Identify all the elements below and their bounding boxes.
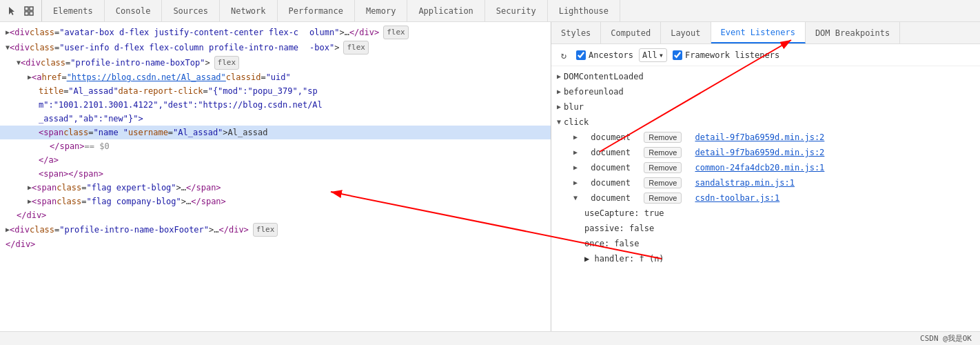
tab-application[interactable]: Application <box>407 0 484 21</box>
toolbar-icons <box>0 0 42 21</box>
file-link[interactable]: detail-9f7ba6959d.min.js:2 <box>695 146 825 159</box>
chevron-down-icon: ▾ <box>659 50 664 60</box>
html-tree-line[interactable]: </div> <box>0 237 551 251</box>
tab-event-listeners[interactable]: Event Listeners <box>711 22 806 43</box>
event-detail: useCapture: true <box>551 206 980 221</box>
handler-label[interactable]: ▶ handler: f (n) <box>551 251 980 266</box>
tab-console[interactable]: Console <box>105 0 163 21</box>
event-source: document <box>591 131 631 144</box>
framework-checkbox[interactable] <box>673 50 682 60</box>
refresh-button[interactable]: ↻ <box>557 48 571 62</box>
right-tab-list: Styles Computed Layout Event Listeners D… <box>551 22 980 44</box>
framework-checkbox-label[interactable]: Framework listeners <box>673 50 779 60</box>
event-name: blur <box>564 101 584 113</box>
all-dropdown[interactable]: All ▾ <box>639 48 667 62</box>
tab-lighthouse[interactable]: Lighthouse <box>548 0 620 21</box>
html-tree-line[interactable]: ▶ <div class="profile-intro-name-boxFoot… <box>0 222 551 237</box>
event-toggle-icon: ▶ <box>557 86 561 98</box>
file-link[interactable]: common-24fa4dcb20.min.js:1 <box>695 161 825 174</box>
tab-performance[interactable]: Performance <box>278 0 355 21</box>
elements-panel: ▶ <div class="avatar-box d-flex justify-… <box>0 22 551 331</box>
html-tree-line[interactable]: <span> </span> <box>0 167 551 181</box>
file-link[interactable]: detail-9f7ba6959d.min.js:2 <box>695 131 825 144</box>
tab-elements[interactable]: Elements <box>42 0 105 21</box>
html-tree-line[interactable]: </span> == $0 <box>0 139 551 153</box>
event-listener-item: ▶ document Remove detail-9f7ba6959d.min.… <box>551 130 980 145</box>
right-panel: Styles Computed Layout Event Listeners D… <box>551 22 980 331</box>
tab-computed[interactable]: Computed <box>601 22 661 43</box>
status-bar: CSDN @我是OK <box>0 331 980 345</box>
remove-button[interactable]: Remove <box>644 132 682 143</box>
event-listener-expanded: ▼ document Remove csdn-toolbar.js:1useCa… <box>551 190 980 266</box>
remove-button[interactable]: Remove <box>644 162 682 173</box>
event-name: click <box>564 116 589 128</box>
remove-button[interactable]: Remove <box>644 177 682 188</box>
event-source: document <box>591 146 631 159</box>
remove-button[interactable]: Remove <box>644 147 682 158</box>
event-detail: once: false <box>551 236 980 251</box>
event-filter-bar: ↻ Ancestors All ▾ Framework listeners <box>551 44 980 66</box>
html-tree: ▶ <div class="avatar-box d-flex justify-… <box>0 25 551 251</box>
status-text: CSDN @我是OK <box>920 333 972 344</box>
event-listener-item: ▼ document Remove csdn-toolbar.js:1 <box>551 190 980 206</box>
html-tree-line[interactable]: ▼ <div class="user-info d-flex flex-colu… <box>0 40 551 55</box>
html-tree-line[interactable]: ▶ <span class="flag company-blog">…</spa… <box>0 195 551 208</box>
tab-layout[interactable]: Layout <box>661 22 711 43</box>
event-group: ▶beforeunload <box>551 84 980 99</box>
tab-memory[interactable]: Memory <box>355 0 407 21</box>
event-group-header[interactable]: ▼click <box>551 115 980 130</box>
event-toggle-icon: ▶ <box>557 101 561 113</box>
inspect-icon[interactable] <box>22 4 36 18</box>
html-tree-line[interactable]: title="Al_assad" data-report-click="{"mo… <box>0 84 551 98</box>
event-name: beforeunload <box>564 86 624 98</box>
ancestors-checkbox[interactable] <box>576 50 586 60</box>
event-toggle-icon: ▼ <box>557 116 561 128</box>
file-link[interactable]: csdn-toolbar.js:1 <box>695 192 780 204</box>
tab-security[interactable]: Security <box>485 0 548 21</box>
event-list: ▶DOMContentLoaded▶beforeunload▶blur▼clic… <box>551 69 980 266</box>
ancestors-checkbox-label[interactable]: Ancestors <box>576 50 633 60</box>
svg-rect-3 <box>30 12 33 15</box>
event-group: ▼click▶ document Remove detail-9f7ba6959… <box>551 115 980 266</box>
html-tree-line[interactable]: <span class="name " username="Al_assad">… <box>0 126 551 139</box>
tab-styles[interactable]: Styles <box>551 22 601 43</box>
html-tree-line[interactable]: m":"1001.2101.3001.4122","dest":"https:/… <box>0 98 551 112</box>
event-detail: passive: false <box>551 221 980 236</box>
event-listener-item: ▶ document Remove sandalstrap.min.js:1 <box>551 175 980 190</box>
svg-rect-0 <box>25 7 28 10</box>
event-toggle-icon: ▶ <box>557 70 561 83</box>
devtools-toolbar: Elements Console Sources Network Perform… <box>0 0 980 22</box>
event-source: document <box>591 161 631 174</box>
cursor-icon[interactable] <box>6 4 19 18</box>
event-group-header[interactable]: ▶beforeunload <box>551 84 980 99</box>
main-area: ▶ <div class="avatar-box d-flex justify-… <box>0 22 980 331</box>
html-tree-line[interactable]: </a> <box>0 153 551 167</box>
html-tree-line[interactable]: _assad","ab":"new"}"> <box>0 112 551 126</box>
event-source: document <box>591 192 631 204</box>
file-link[interactable]: sandalstrap.min.js:1 <box>695 177 795 189</box>
html-tree-line[interactable]: ▶ <a href="https://blog.csdn.net/Al_assa… <box>0 70 551 84</box>
html-tree-line[interactable]: ▼ <div class="profile-intro-name-boxTop"… <box>0 55 551 70</box>
event-group: ▶DOMContentLoaded <box>551 69 980 84</box>
svg-rect-1 <box>30 7 33 10</box>
all-label: All <box>642 50 657 60</box>
event-name: DOMContentLoaded <box>564 70 644 83</box>
event-group-header[interactable]: ▶DOMContentLoaded <box>551 69 980 84</box>
remove-button[interactable]: Remove <box>644 193 682 204</box>
event-listener-item: ▶ document Remove common-24fa4dcb20.min.… <box>551 160 980 175</box>
event-listener-item: ▶ document Remove detail-9f7ba6959d.min.… <box>551 145 980 160</box>
tab-network[interactable]: Network <box>220 0 278 21</box>
devtools-tab-list: Elements Console Sources Network Perform… <box>42 0 620 21</box>
event-group-header[interactable]: ▶blur <box>551 99 980 115</box>
tab-dom-breakpoints[interactable]: DOM Breakpoints <box>806 22 900 43</box>
event-group: ▶blur <box>551 99 980 115</box>
html-tree-line[interactable]: ▶ <span class="flag expert-blog">…</span… <box>0 181 551 195</box>
tab-sources[interactable]: Sources <box>162 0 220 21</box>
html-tree-line[interactable]: </div> <box>0 208 551 222</box>
framework-label: Framework listeners <box>685 50 779 60</box>
svg-rect-2 <box>25 12 28 15</box>
ancestors-label: Ancestors <box>589 50 633 60</box>
event-source: document <box>591 177 631 189</box>
html-tree-line[interactable]: ▶ <div class="avatar-box d-flex justify-… <box>0 25 551 40</box>
event-list-panel: ▶DOMContentLoaded▶beforeunload▶blur▼clic… <box>551 66 980 331</box>
